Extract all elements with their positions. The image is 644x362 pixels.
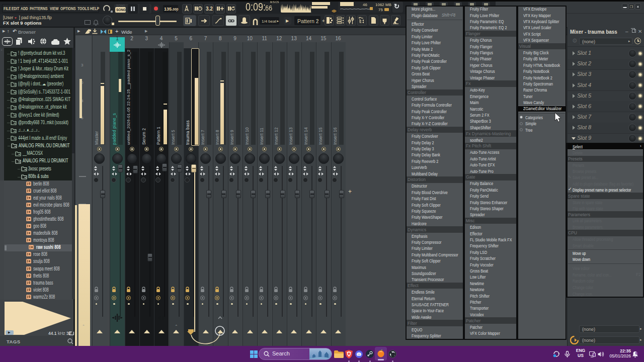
svg-text:66: 66 [265, 4, 272, 12]
svg-text:3.2: 3.2 [206, 6, 213, 12]
svg-text:0:09:: 0:09: [246, 1, 266, 13]
svg-text:1: 1 [636, 351, 637, 354]
